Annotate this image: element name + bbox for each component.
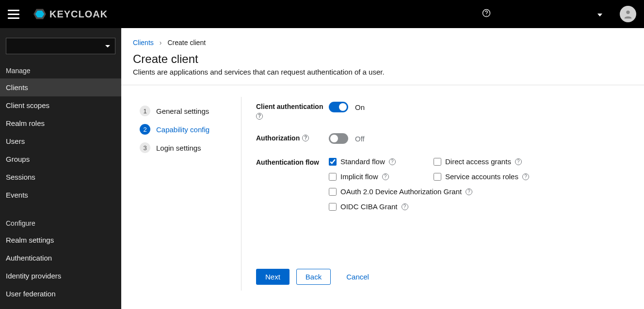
- breadcrumb-current: Create client: [167, 39, 206, 46]
- checkbox-standard-flow[interactable]: Standard flow ?: [329, 157, 431, 166]
- switch-value-text: Off: [355, 135, 365, 143]
- sidebar-item-events[interactable]: Events: [0, 186, 121, 204]
- field-label: Client authentication ?: [256, 102, 329, 120]
- help-icon[interactable]: ?: [382, 173, 389, 180]
- checkbox-implicit-flow[interactable]: Implicit flow ?: [329, 172, 431, 181]
- checkbox-label: Implicit flow: [340, 172, 378, 181]
- avatar[interactable]: [620, 6, 636, 22]
- checkbox-label: Direct access grants: [445, 157, 511, 166]
- sidebar-section-configure: Configure: [0, 213, 121, 231]
- client-authentication-switch[interactable]: [329, 102, 348, 112]
- help-icon[interactable]: ?: [402, 203, 408, 210]
- cancel-button[interactable]: Cancel: [338, 269, 378, 284]
- step-label: General settings: [156, 107, 209, 115]
- wizard-step-capability-config[interactable]: 2 Capability config: [140, 120, 232, 139]
- sidebar-item-sessions[interactable]: Sessions: [0, 168, 121, 186]
- authorization-switch[interactable]: [329, 133, 348, 144]
- chevron-down-icon: [105, 45, 110, 47]
- help-icon[interactable]: ?: [466, 188, 472, 195]
- step-label: Capability config: [156, 125, 209, 134]
- sidebar-item-authentication[interactable]: Authentication: [0, 249, 121, 267]
- realm-selector[interactable]: [6, 38, 115, 54]
- sidebar: Manage Clients Client scopes Realm roles…: [0, 28, 121, 309]
- sidebar-item-realm-settings[interactable]: Realm settings: [0, 231, 121, 249]
- wizard-footer: Next Back Cancel: [256, 269, 632, 285]
- checkbox-input[interactable]: [434, 173, 441, 181]
- checkbox-oidc-ciba-grant[interactable]: OIDC CIBA Grant ?: [329, 202, 560, 211]
- main-content: Clients › Create client Create client Cl…: [121, 28, 644, 309]
- step-number: 1: [140, 106, 150, 116]
- help-icon[interactable]: ?: [522, 173, 529, 180]
- sidebar-item-users[interactable]: Users: [0, 132, 121, 150]
- checkbox-input[interactable]: [434, 158, 441, 166]
- checkbox-label: Standard flow: [340, 157, 385, 166]
- wizard-steps: 1 General settings 2 Capability config 3…: [140, 97, 242, 291]
- checkbox-label: Service accounts roles: [445, 172, 518, 181]
- chevron-right-icon: ›: [160, 39, 162, 46]
- help-icon[interactable]: [482, 9, 491, 19]
- breadcrumb-root[interactable]: Clients: [133, 39, 154, 46]
- switch-value-text: On: [355, 103, 365, 111]
- divider: [121, 85, 644, 85]
- checkbox-service-accounts-roles[interactable]: Service accounts roles ?: [434, 172, 560, 181]
- sidebar-item-user-federation[interactable]: User federation: [0, 285, 121, 303]
- checkbox-input[interactable]: [329, 158, 337, 166]
- help-icon[interactable]: ?: [256, 113, 263, 120]
- wizard-step-login-settings[interactable]: 3 Login settings: [140, 139, 232, 157]
- sidebar-item-realm-roles[interactable]: Realm roles: [0, 114, 121, 132]
- topbar: KEYCLOAK: [0, 0, 644, 28]
- help-icon[interactable]: ?: [302, 135, 309, 141]
- svg-point-4: [626, 11, 629, 14]
- help-icon[interactable]: ?: [515, 158, 522, 165]
- breadcrumb: Clients › Create client: [133, 39, 632, 46]
- wizard: 1 General settings 2 Capability config 3…: [140, 97, 632, 291]
- checkbox-input[interactable]: [329, 173, 337, 181]
- brand-text: KEYCLOAK: [49, 9, 108, 20]
- checkbox-input[interactable]: [329, 203, 337, 211]
- brand: KEYCLOAK: [33, 7, 108, 21]
- keycloak-logo-icon: [33, 7, 47, 21]
- sidebar-item-client-scopes[interactable]: Client scopes: [0, 96, 121, 114]
- svg-point-3: [486, 15, 486, 15]
- wizard-step-general-settings[interactable]: 1 General settings: [140, 102, 232, 120]
- next-button[interactable]: Next: [256, 269, 290, 285]
- field-label: Authentication flow: [256, 157, 329, 166]
- page-title: Create client: [133, 52, 632, 66]
- user-menu-caret[interactable]: [597, 10, 602, 18]
- help-icon[interactable]: ?: [389, 158, 396, 165]
- checkbox-input[interactable]: [329, 188, 337, 196]
- field-authorization: Authorization ? Off: [256, 133, 632, 144]
- sidebar-item-clients[interactable]: Clients: [0, 78, 121, 96]
- checkbox-oauth2-device-grant[interactable]: OAuth 2.0 Device Authorization Grant ?: [329, 187, 560, 196]
- checkbox-label: OIDC CIBA Grant: [340, 202, 398, 211]
- step-number: 3: [140, 142, 150, 153]
- sidebar-toggle[interactable]: [8, 8, 19, 20]
- sidebar-item-identity-providers[interactable]: Identity providers: [0, 267, 121, 285]
- checkbox-direct-access-grants[interactable]: Direct access grants ?: [434, 157, 560, 166]
- sidebar-item-groups[interactable]: Groups: [0, 150, 121, 168]
- field-label: Authorization ?: [256, 133, 329, 142]
- wizard-form: Client authentication ? On Authorization…: [242, 97, 632, 291]
- sidebar-section-manage: Manage: [0, 60, 121, 78]
- page-description: Clients are applications and services th…: [133, 68, 632, 76]
- step-number: 2: [140, 124, 150, 135]
- step-label: Login settings: [156, 144, 201, 152]
- checkbox-label: OAuth 2.0 Device Authorization Grant: [340, 187, 462, 196]
- field-client-authentication: Client authentication ? On: [256, 102, 632, 120]
- field-authentication-flow: Authentication flow Standard flow ? Di: [256, 157, 632, 211]
- back-button[interactable]: Back: [296, 269, 331, 285]
